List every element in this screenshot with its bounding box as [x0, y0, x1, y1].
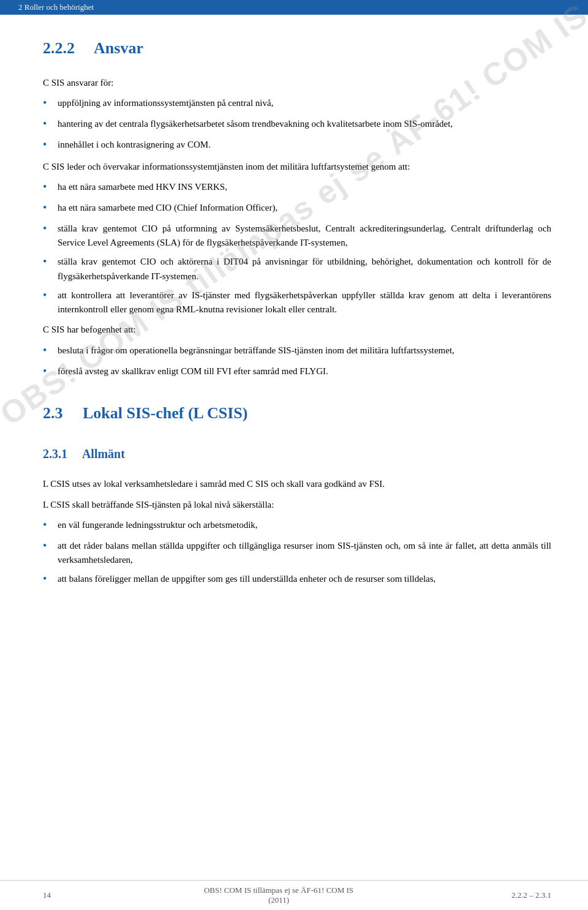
section-23-number: 2.3 [43, 404, 63, 422]
list-item: • ha ett nära samarbete med HKV INS VERK… [43, 180, 551, 196]
list-item: • uppföljning av informationssystemtjäns… [43, 96, 551, 112]
section-222-number: 2.2.2 [43, 39, 75, 57]
section-23-header: 2.3 Lokal SIS-chef (L CSIS) [43, 398, 551, 432]
list-item: • ha ett nära samarbete med CIO (Chief I… [43, 201, 551, 217]
section-231-title: 2.3.1 Allmänt [43, 447, 125, 461]
top-bar-text: 2 Roller och behörighet [18, 2, 94, 12]
list-item: • att det råder balans mellan ställda up… [43, 539, 551, 568]
section-231-header: 2.3.1 Allmänt [43, 441, 551, 468]
footer-line1: OBS! COM IS tillämpas ej se ÄF-61! COM I… [55, 886, 502, 895]
list-item: • ställa krav gentemot CIO på utformning… [43, 222, 551, 250]
top-bar: 2 Roller och behörighet [0, 0, 588, 15]
bullet-text: en väl fungerande ledningsstruktur och a… [58, 518, 551, 532]
section-23-heading: Lokal SIS-chef (L CSIS) [83, 404, 247, 422]
section-222-bullets3: • besluta i frågor om operationella begr… [43, 344, 551, 380]
bullet-text: ställa krav gentemot CIO och aktörerna i… [58, 255, 551, 284]
section-231-para2: L CSIS skall beträffande SIS-tjänsten på… [43, 498, 551, 512]
section-222-heading: Ansvar [94, 39, 143, 57]
bullet-text: att kontrollera att leverantörer av IS-t… [58, 288, 551, 317]
section-222-intro: C SIS ansvarar för: [43, 76, 551, 90]
bullet-text: att balans föreligger mellan de uppgifte… [58, 572, 551, 586]
bullet-text: ställa krav gentemot CIO på utformning a… [58, 222, 551, 250]
list-item: • att kontrollera att leverantörer av IS… [43, 288, 551, 317]
bullet-icon: • [43, 137, 54, 154]
section-231-number: 2.3.1 [43, 447, 67, 461]
bullet-icon: • [43, 538, 54, 555]
section-231-bullets: • en väl fungerande ledningsstruktur och… [43, 518, 551, 588]
footer-center-text: OBS! COM IS tillämpas ej se ÄF-61! COM I… [55, 886, 502, 905]
bullet-icon: • [43, 95, 54, 112]
section-222-title: 2.2.2 Ansvar [43, 39, 143, 58]
bullet-text: innehållet i och kontrasignering av COM. [58, 138, 551, 152]
list-item: • hantering av det centrala flygsäkerhet… [43, 117, 551, 133]
page-container: 2 Roller och behörighet OBS! COM IS till… [0, 0, 588, 910]
list-item: • besluta i frågor om operationella begr… [43, 344, 551, 359]
section-231-heading: Allmänt [82, 447, 125, 461]
list-item: • innehållet i och kontrasignering av CO… [43, 138, 551, 154]
bullet-icon: • [43, 200, 54, 217]
section-222-para1: C SIS leder och övervakar informationssy… [43, 160, 551, 174]
list-item: • föreslå avsteg av skallkrav enligt COM… [43, 364, 551, 380]
bullet-text: ha ett nära samarbete med CIO (Chief Inf… [58, 201, 551, 215]
footer-right-text: 2.2.2 – 2.3.1 [502, 890, 551, 900]
section-222-header: 2.2.2 Ansvar [43, 33, 551, 67]
list-item: • att balans föreligger mellan de uppgif… [43, 572, 551, 588]
footer-line2: (2011) [55, 895, 502, 905]
bullet-text: uppföljning av informationssystemtjänste… [58, 96, 551, 110]
section-23: 2.3 Lokal SIS-chef (L CSIS) 2.3.1 Allmän… [43, 398, 551, 588]
section-23-title: 2.3 Lokal SIS-chef (L CSIS) [43, 404, 247, 423]
section-222-para2: C SIS har befogenhet att: [43, 323, 551, 337]
section-231-para1: L CSIS utses av lokal verksamhetsledare … [43, 477, 551, 491]
bullet-icon: • [43, 287, 54, 304]
bullet-icon: • [43, 363, 54, 380]
list-item: • en väl fungerande ledningsstruktur och… [43, 518, 551, 534]
bullet-icon: • [43, 116, 54, 133]
bullet-icon: • [43, 517, 54, 534]
bullet-icon: • [43, 179, 54, 196]
section-222: 2.2.2 Ansvar C SIS ansvarar för: • uppfö… [43, 33, 551, 380]
bullet-icon: • [43, 220, 54, 238]
content-area: 2.2.2 Ansvar C SIS ansvarar för: • uppfö… [0, 15, 588, 880]
footer: 14 OBS! COM IS tillämpas ej se ÄF-61! CO… [0, 880, 588, 910]
bullet-text: besluta i frågor om operationella begrän… [58, 344, 551, 358]
list-item: • ställa krav gentemot CIO och aktörerna… [43, 255, 551, 284]
section-222-bullets2: • ha ett nära samarbete med HKV INS VERK… [43, 180, 551, 317]
bullet-icon: • [43, 342, 54, 359]
bullet-icon: • [43, 254, 54, 271]
bullet-icon: • [43, 571, 54, 588]
bullet-text: föreslå avsteg av skallkrav enligt COM t… [58, 364, 551, 378]
section-222-bullets1: • uppföljning av informationssystemtjäns… [43, 96, 551, 154]
section-231: 2.3.1 Allmänt L CSIS utses av lokal verk… [43, 441, 551, 588]
bullet-text: ha ett nära samarbete med HKV INS VERKS, [58, 180, 551, 194]
bullet-text: hantering av det centrala flygsäkerhetsa… [58, 117, 551, 131]
footer-page-number: 14 [43, 890, 55, 900]
bullet-text: att det råder balans mellan ställda uppg… [58, 539, 551, 568]
